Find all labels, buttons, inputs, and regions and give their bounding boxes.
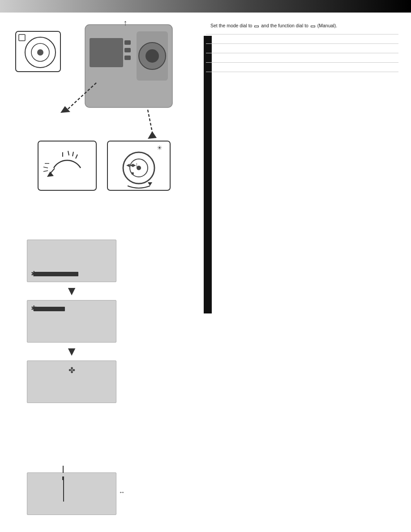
svg-text:☀: ☀ — [157, 144, 163, 151]
down-arrow-2: ▼ — [27, 344, 116, 359]
section-1: Set the mode dial to and the function di… — [206, 18, 398, 34]
cursor-line — [63, 479, 64, 502]
svg-text:↑: ↑ — [124, 18, 128, 27]
svg-rect-18 — [38, 141, 96, 190]
screen-box-1: ✱ — [27, 240, 116, 282]
svg-line-16 — [148, 110, 152, 132]
svg-point-4 — [37, 49, 43, 56]
section-6 — [206, 72, 398, 81]
screen-box-3: ✤ — [27, 360, 116, 403]
screen-box-2: ✱ — [27, 300, 116, 343]
svg-rect-6 — [90, 38, 123, 67]
svg-rect-13 — [124, 56, 131, 60]
svg-marker-15 — [60, 106, 70, 113]
screen-box-4-wrapper: ↔ — [27, 472, 116, 515]
screen-box-4 — [27, 472, 116, 515]
section-2 — [206, 34, 398, 44]
svg-text:◀◀: ◀◀ — [126, 163, 133, 167]
svg-marker-17 — [148, 131, 157, 139]
content-area: Set the mode dial to and the function di… — [206, 18, 398, 81]
svg-rect-11 — [124, 40, 131, 45]
lr-arrow-icon: ↔ — [119, 489, 125, 496]
section-3 — [206, 44, 398, 53]
svg-rect-12 — [124, 48, 131, 52]
svg-text:■: ■ — [131, 171, 134, 176]
cursor-line-above — [63, 466, 64, 473]
down-arrow-1: ▼ — [27, 284, 116, 298]
header-bar — [0, 0, 411, 13]
svg-point-10 — [146, 49, 159, 63]
dark-bar-1 — [34, 272, 78, 276]
section-1-text: Set the mode dial to and the function di… — [206, 22, 398, 30]
sun-indicator: ✤ — [68, 365, 75, 375]
camera-badge — [254, 26, 259, 27]
section-4 — [206, 53, 398, 63]
lower-left-screens: ✱ ▼ ✱ ▼ ✤ — [27, 240, 116, 403]
diagram-area: ↑ ☀ — [13, 16, 206, 240]
cursor-top-indicator — [62, 476, 64, 480]
m-badge — [311, 26, 315, 27]
section-5 — [206, 63, 398, 72]
dark-bar-2 — [34, 307, 65, 311]
